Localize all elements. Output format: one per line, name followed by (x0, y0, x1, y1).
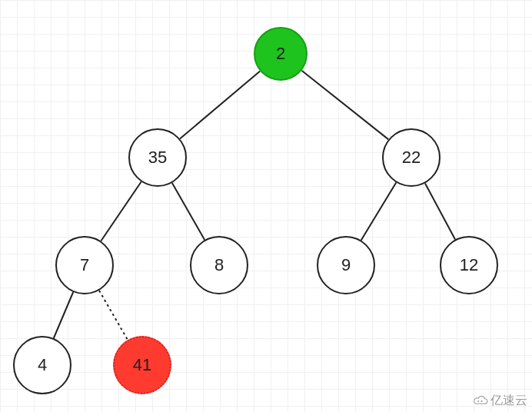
cloud-icon (472, 395, 489, 407)
edge-n35-n7 (101, 181, 141, 241)
edge-n35-n8 (172, 183, 204, 240)
tree-node-2: 2 (254, 27, 308, 81)
svg-point-0 (477, 400, 479, 401)
tree-node-35: 35 (128, 128, 187, 187)
edge-root-n35 (180, 71, 260, 139)
tree-node-12: 12 (440, 236, 498, 294)
tree-node-41: 41 (113, 336, 171, 394)
edge-root-n22 (301, 71, 388, 140)
watermark: 亿速云 (472, 393, 527, 409)
edge-n22-n12 (425, 183, 455, 239)
diagram-stage: 2352278912441 (0, 0, 532, 412)
watermark-text: 亿速云 (490, 393, 527, 409)
edge-n7-n4 (54, 292, 73, 338)
svg-point-1 (481, 400, 483, 401)
tree-node-7: 7 (55, 236, 114, 294)
tree-node-4: 4 (13, 336, 71, 394)
tree-node-22: 22 (382, 128, 441, 187)
tree-node-8: 8 (190, 236, 248, 294)
edge-n22-n9 (361, 182, 397, 240)
edge-n7-n41 (99, 291, 128, 340)
tree-node-9: 9 (317, 236, 375, 294)
